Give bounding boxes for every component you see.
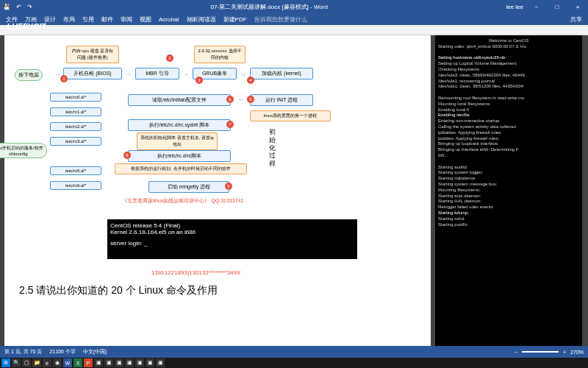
note-init: linux系统里面的第一个进程 <box>250 110 331 121</box>
note-rcscript: 根据系统的运行级别, 在开机的时候启动不同的软件 <box>115 163 247 174</box>
tab-layout[interactable]: 布局 <box>63 15 75 24</box>
box-mbr: MBR 引导 <box>135 68 179 79</box>
rc-dir-5: /etc/rc5.d/* <box>50 166 101 175</box>
term-line: Starting sshd: <box>438 216 579 222</box>
app-icon[interactable]: ▣ <box>156 358 165 367</box>
arrow-icon: → <box>125 71 132 78</box>
tab-references[interactable]: 引用 <box>82 15 94 24</box>
close-button[interactable]: × <box>570 4 585 10</box>
box-power: 按下电源 <box>15 69 43 81</box>
tab-mail[interactable]: 邮件 <box>101 15 113 24</box>
footer-training: 《北京老男孩linux实战运维培训中心》 QQ:31333741 <box>122 197 243 205</box>
term-line: CentOS release 5.4 (Final) <box>110 222 354 229</box>
term-line: Checking filesystems <box>438 67 579 73</box>
task-view-icon[interactable]: ▢ <box>22 358 31 367</box>
title-bar: 💾 ↶ ↷ 07-第二关测试题讲解.docx [兼容模式] - Word lee… <box>0 0 588 13</box>
box-bios: 开机自检 (BIOS) <box>63 68 122 79</box>
step-6: 6 <box>226 96 234 103</box>
document-area: 按下电源 → 开机自检 (BIOS) 内存 cpu 硬盘 是否有问题 (硬件检查… <box>0 35 588 346</box>
start-button[interactable]: ⊞ <box>1 358 10 367</box>
zoom-out-icon[interactable]: − <box>514 350 517 355</box>
app-icon[interactable]: ▣ <box>146 358 154 367</box>
step-3: 3 <box>196 77 203 84</box>
step-1: 1 <box>60 75 68 82</box>
tab-view[interactable]: 视图 <box>140 15 151 24</box>
note-grub: 2.6.32.xxxxxxx 选择不同的内核 <box>194 46 245 63</box>
edge-icon[interactable]: e <box>43 358 51 367</box>
save-icon[interactable]: 💾 <box>3 4 10 10</box>
windows-taskbar: ⊞ 🔍 ▢ 📁 e ◉ W X P ▣ ▣ ▣ ▣ ▣ ▣ ▣ <box>0 358 588 368</box>
step-5: 5 <box>247 96 254 103</box>
zoom-slider[interactable] <box>522 351 559 353</box>
app-icon[interactable]: ▣ <box>94 358 103 367</box>
ribbon-tabs: 文件 万画 设计 布局 引用 邮件 审阅 视图 Acrobat 福昕阅读器 新建… <box>0 13 588 25</box>
term-line: Starting irqbalance: <box>438 176 579 182</box>
box-rcscript: 执行/etc/rc.d/rc脚本 <box>128 150 231 162</box>
term-line: Starting udev: piix4_smbus 0000:00:07.3:… <box>438 44 579 50</box>
app-icon[interactable]: ▣ <box>125 358 134 367</box>
tell-me[interactable]: 告诉我您想要做什么 <box>254 15 307 24</box>
word-icon[interactable]: W <box>63 358 72 367</box>
tab-foxit[interactable]: 福昕阅读器 <box>187 15 216 24</box>
step-4: 4 <box>247 77 254 84</box>
word-count[interactable]: 21106 个字 <box>49 348 75 355</box>
term-line: Enabling /etc/fst <box>438 113 579 118</box>
app-icon[interactable]: ▣ <box>115 358 123 367</box>
note-sysint: 系统的初始化脚本 设置主机名, 设置ip地址 <box>137 132 218 150</box>
term-line: Retrigger failed udev events <box>438 205 579 210</box>
language-status[interactable]: 中文(中国) <box>83 348 107 355</box>
term-line: Enabling local fi <box>438 107 579 113</box>
undo-icon[interactable]: ↶ <box>16 4 21 10</box>
ribbon-toolbar <box>0 25 588 35</box>
zoom-level[interactable]: 270% <box>570 350 584 355</box>
tab-acrobat[interactable]: Acrobat <box>159 16 179 23</box>
redo-icon[interactable]: ↷ <box>27 4 32 10</box>
term-line: /dev/sda3: clean, 58699/462304 files, 46… <box>438 73 579 79</box>
term-line: server login: _ <box>110 240 354 247</box>
app-icon[interactable]: ▣ <box>104 358 113 367</box>
explorer-icon[interactable]: 📁 <box>32 358 41 367</box>
tab-review[interactable]: 审阅 <box>121 15 132 24</box>
box-sysint: 执行/etc/rc.d/rc.sysint 脚本 <box>128 119 231 131</box>
term-line: Starting system logger: <box>438 170 579 176</box>
box-kernel: 加载内核 (kernel) <box>250 68 313 79</box>
app-icon[interactable]: ▣ <box>135 358 144 367</box>
watermark-logo: LUFFYCIT <box>7 22 46 31</box>
user-name: lee lee <box>506 4 523 10</box>
step-8: 8 <box>123 152 131 159</box>
share-button[interactable]: 共享 <box>570 15 582 24</box>
box-chkconfig: linux开机启动的服务/软件 chkconfig <box>0 143 47 158</box>
chrome-icon[interactable]: ◉ <box>53 358 62 367</box>
zoom-in-icon[interactable]: + <box>563 350 566 355</box>
term-line: /dev/sda1: clean, 38/51200 files, 44354/… <box>438 84 579 90</box>
term-line: th0... <box>438 153 579 159</box>
note-bios: 内存 cpu 硬盘 是否有问题 (硬件检查) <box>66 46 119 63</box>
term-line: Kernel 2.6.18-164.el5 on an i686 <box>110 229 354 236</box>
phone-text: 13811221893|130132********349X <box>151 269 240 276</box>
term-line: Starting kdump: <box>438 210 579 216</box>
term-line: Calling the system activity data collect… <box>438 124 579 130</box>
term-line: Starting auditd: <box>438 165 579 171</box>
term-line: Welcome to CentOS <box>438 38 579 44</box>
term-line: Bringing up interface eth0: Determining … <box>438 147 579 153</box>
inline-terminal: CentOS release 5.4 (Final) Kernel 2.6.18… <box>107 219 357 259</box>
minimize-button[interactable]: − <box>529 4 544 10</box>
step-7: 7 <box>226 121 234 128</box>
page-status[interactable]: 第 1 页, 共 70 页 <box>4 348 42 355</box>
rc-dir-3: /etc/rc3.d/* <box>50 137 101 146</box>
term-line: Starting acpi daemon: <box>438 194 579 199</box>
excel-icon[interactable]: X <box>74 358 82 367</box>
search-icon[interactable]: 🔍 <box>12 358 21 367</box>
term-line: Entering non-interactive startup <box>438 118 579 124</box>
term-line: Starting postfix: <box>438 222 579 228</box>
init-process-label: 初始化过程 <box>269 128 278 168</box>
rc-dir-0: /etc/rc0.d/* <box>50 93 101 102</box>
term-line: Starting HAL daemon: <box>438 199 579 205</box>
tab-newpdf[interactable]: 新建PDF <box>223 15 247 24</box>
arrow-icon: ← <box>238 96 245 103</box>
maximize-button[interactable]: □ <box>550 4 564 10</box>
box-mingetty: 启动 mingetty 进程 <box>148 181 229 193</box>
term-line: Remounting root filesystem in read-write… <box>438 96 579 102</box>
term-line: Setting hostname oldboyedu35-nb: <box>438 55 579 61</box>
powerpoint-icon[interactable]: P <box>84 358 93 367</box>
